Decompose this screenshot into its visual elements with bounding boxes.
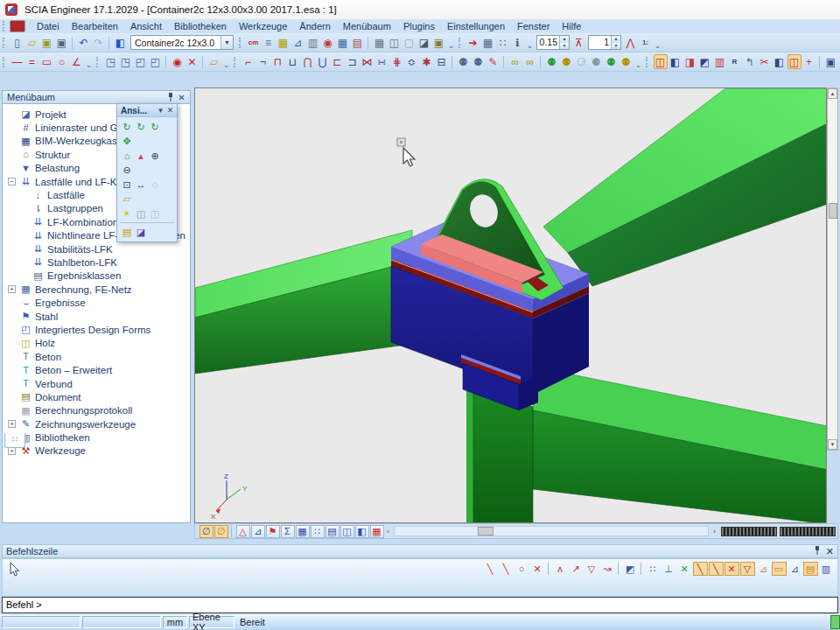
viewport-3d[interactable]: Z Y X <box>194 88 827 523</box>
glasses2-icon[interactable]: ∞ <box>523 54 537 69</box>
member-tool-icon[interactable]: ⊓ <box>271 54 285 69</box>
view-z-icon[interactable]: ↻ <box>149 121 162 134</box>
snap-icon[interactable] <box>548 563 550 575</box>
snap-arc-icon[interactable]: ⊿ <box>756 562 771 576</box>
zoom-all-icon[interactable]: ↔ <box>135 178 148 192</box>
menu-item[interactable]: Einstellungen <box>441 19 511 33</box>
tree-item-zeichnungswerkzeuge[interactable]: + ✎ Zeichnungswerkzeuge <box>3 417 190 430</box>
glasses-icon[interactable]: ∞ <box>508 54 522 69</box>
app-menu-icon[interactable] <box>10 20 25 32</box>
close-icon[interactable]: ✕ <box>826 546 834 557</box>
member-tool-icon[interactable]: ⋕ <box>390 54 404 69</box>
member-tool-icon[interactable]: ⌐ <box>242 54 256 69</box>
viewport-hscrollbar[interactable] <box>394 526 709 536</box>
show-window2-icon[interactable]: ◧ <box>355 525 369 538</box>
hscroll-thumb[interactable] <box>478 527 494 536</box>
double-line-icon[interactable]: = <box>25 54 39 69</box>
scroll-up-icon[interactable]: ▲ <box>828 88 837 99</box>
tool-icon[interactable] <box>503 56 505 68</box>
render-shade-icon[interactable]: ∅ <box>214 525 228 538</box>
tool-icon[interactable]: ⌄ <box>653 35 662 50</box>
light-icon[interactable]: ☀ <box>121 207 134 220</box>
protocol-icon[interactable]: ▢ <box>402 35 416 50</box>
tree-item-ergebnisse[interactable]: ⌣ Ergebnisse <box>3 296 190 309</box>
copy-icon[interactable]: ◳ <box>104 54 118 69</box>
select-surface-icon[interactable]: ◨ <box>683 54 697 69</box>
tree-expander-icon[interactable]: + <box>8 420 16 428</box>
show-doc-icon[interactable]: ▤ <box>326 525 340 538</box>
zoom-in-icon[interactable]: ⊕ <box>149 150 162 163</box>
tool-icon[interactable] <box>234 57 238 67</box>
tool-icon[interactable] <box>3 38 7 48</box>
snap-dim-icon[interactable]: ▤ <box>803 562 818 576</box>
project-combo[interactable]: Container2c 12x3.0 ▼ <box>130 35 234 50</box>
member-tool-icon[interactable]: ¬ <box>256 54 270 69</box>
people-icon[interactable]: ⚉ <box>545 54 559 69</box>
connect-icon[interactable]: ⚉ <box>457 54 471 69</box>
tree-item-bibliotheken[interactable]: + ▥ Bibliotheken <box>3 430 190 444</box>
save-all-icon[interactable]: ▣ <box>40 35 54 50</box>
vscroll-thumb[interactable] <box>829 203 837 219</box>
select-grid-icon[interactable]: ▥ <box>713 54 727 69</box>
tool-icon[interactable]: ⌄ <box>221 54 231 69</box>
snap-line-icon[interactable]: ╲ <box>483 562 498 576</box>
tree-item-werkzeuge[interactable]: + ⚒ Werkzeuge <box>3 444 190 458</box>
tool-icon[interactable] <box>458 38 463 48</box>
docked-bar[interactable] <box>780 527 836 536</box>
view-x-icon[interactable]: ↻ <box>121 121 134 134</box>
people-icon[interactable]: ⚉ <box>605 54 619 69</box>
snap-ortho-icon[interactable]: ⊥ <box>662 562 676 576</box>
snap-edge-icon[interactable]: ╲ <box>709 562 724 576</box>
menu-item[interactable]: Bibliotheken <box>168 19 233 33</box>
show-grid-icon[interactable]: ▦ <box>370 525 384 538</box>
pin-icon[interactable] <box>814 546 821 556</box>
tree-item-design-forms[interactable]: ◰ Integriertes Design Forms <box>3 323 190 336</box>
windows-icon[interactable]: ▦ <box>336 35 350 50</box>
snap-cross-icon[interactable]: ✕ <box>530 562 545 576</box>
paste-add-icon[interactable]: ◰ <box>149 54 163 69</box>
show-ucs-icon[interactable]: ⊿ <box>251 525 265 538</box>
tool-icon[interactable] <box>165 56 167 68</box>
dots-icon[interactable]: ∷ <box>496 35 510 50</box>
select-region-icon[interactable]: ◩ <box>698 54 712 69</box>
people-icon[interactable]: ⚉ <box>620 54 634 69</box>
member-tool-icon[interactable]: ≎ <box>405 54 419 69</box>
tool-icon[interactable]: ⌄ <box>634 54 643 69</box>
tree-item-stahlbeton-lfk[interactable]: ⇊ Stahlbeton-LFK <box>3 256 190 269</box>
send-icon[interactable]: ➔ <box>466 35 480 50</box>
tool-icon[interactable] <box>108 37 110 49</box>
view-axo-icon[interactable]: ✥ <box>121 135 134 148</box>
tool-icon[interactable] <box>368 37 369 49</box>
member-tool-icon[interactable]: ⋂ <box>301 54 315 69</box>
paste-icon[interactable]: ◳ <box>119 54 133 69</box>
tree-item-stahl[interactable]: ⚑ Stahl <box>3 310 190 323</box>
grid-icon[interactable]: ▦ <box>276 35 290 50</box>
export-icon[interactable]: ◪ <box>417 35 431 50</box>
view-tool-icon[interactable] <box>120 222 175 223</box>
connect2-icon[interactable]: ⚉ <box>472 54 486 69</box>
tool-icon[interactable] <box>540 56 542 68</box>
snap-icon[interactable] <box>618 563 620 575</box>
zoom-selection-icon[interactable]: ◌ <box>149 178 162 192</box>
view-y-icon[interactable]: ↻ <box>135 121 148 134</box>
tool-icon[interactable] <box>452 56 453 68</box>
menu-item[interactable]: Plugins <box>397 19 441 33</box>
circle-icon[interactable]: ○ <box>55 54 69 69</box>
ucs-icon[interactable]: ⊿ <box>291 35 305 50</box>
tool-icon[interactable] <box>819 56 821 68</box>
tree-item-beton-erweitert[interactable]: T Beton – Erweitert <box>3 363 190 376</box>
hscroll-right-icon[interactable]: › <box>710 528 718 536</box>
command-input[interactable]: Befehl > <box>2 597 838 613</box>
project-window-icon[interactable]: ◧ <box>114 35 128 50</box>
show-points-icon[interactable]: ∷ <box>311 525 325 538</box>
clipboard-view-icon[interactable]: ▤ <box>121 226 134 239</box>
tool-icon[interactable] <box>96 57 101 67</box>
note-icon[interactable]: ▣ <box>432 35 446 50</box>
scroll-down-icon[interactable]: ▼ <box>828 439 837 450</box>
member-tool-icon[interactable]: ⊟ <box>435 54 449 69</box>
window-tool-icon[interactable]: ▣ <box>824 54 838 69</box>
select-member-icon[interactable]: ◧ <box>668 54 682 69</box>
member-tool-icon[interactable]: ⋃ <box>316 54 330 69</box>
count-spinner[interactable]: 1 ▲▼ <box>588 35 621 50</box>
view-toolbar-header[interactable]: Ansi... ▾ ✕ <box>117 104 177 117</box>
